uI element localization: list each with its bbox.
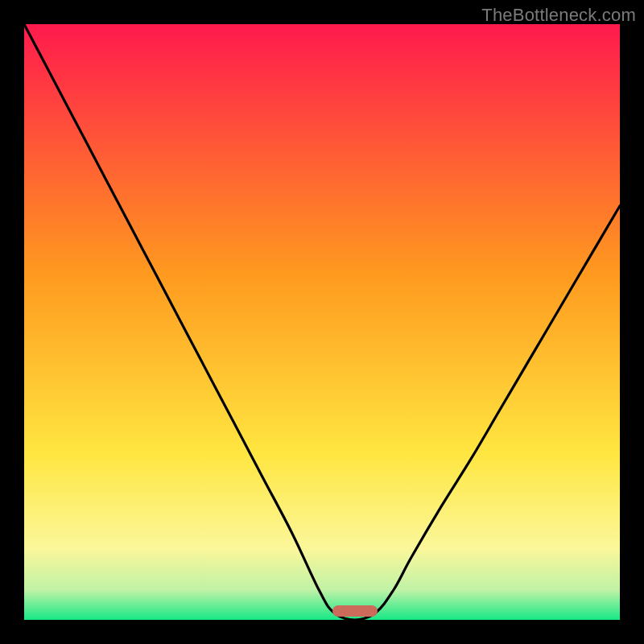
gradient-background xyxy=(24,24,620,620)
watermark-text: TheBottleneck.com xyxy=(481,5,636,26)
chart-frame: TheBottleneck.com xyxy=(0,0,644,644)
plot-svg xyxy=(24,24,620,620)
optimum-marker xyxy=(332,605,378,617)
plot-area xyxy=(24,24,620,620)
